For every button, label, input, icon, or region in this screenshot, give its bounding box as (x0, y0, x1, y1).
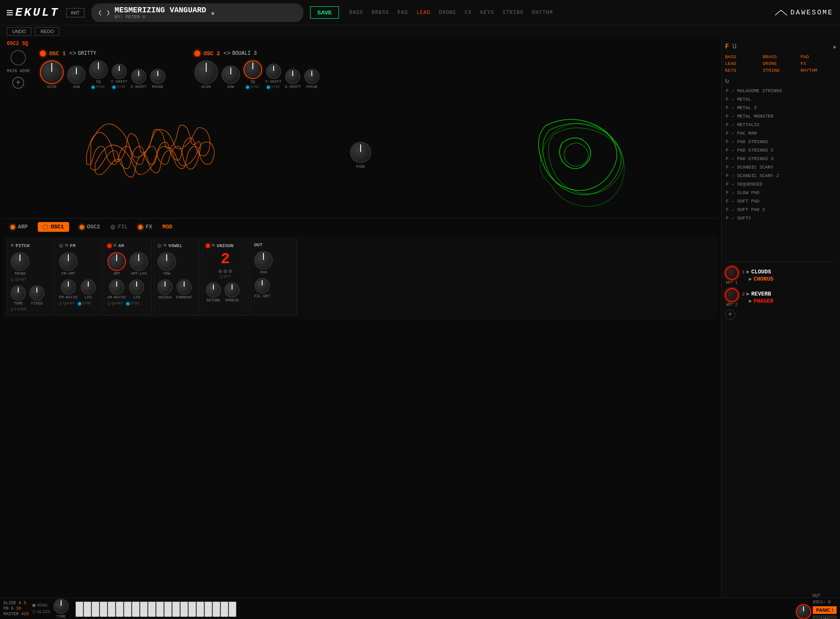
sidebar-cat-rhythm[interactable]: RHYTHM (801, 68, 837, 73)
undo-button[interactable]: UNDO (7, 27, 31, 36)
fx-wet2-knob[interactable] (725, 288, 739, 302)
sidebar-cat-string[interactable]: STRING (763, 68, 799, 73)
list-item[interactable]: F – SOFT PAD 2 (725, 205, 837, 214)
fixed-knob[interactable] (29, 285, 45, 301)
mod-tab-osc1[interactable]: OSC1 (38, 222, 69, 232)
sidebar-cat-lead[interactable]: LEAD (725, 61, 761, 66)
osc1-sq-knob[interactable] (89, 60, 108, 79)
vow-knob[interactable] (157, 252, 176, 271)
osc1-sshift-knob[interactable] (131, 69, 146, 84)
cat-keys[interactable]: KEYS (480, 10, 494, 16)
key-17[interactable] (204, 602, 212, 617)
osc2-gain-knob[interactable] (194, 60, 218, 84)
am-amt-knob[interactable] (107, 252, 126, 271)
sidebar-cat-pad[interactable]: PAD (801, 54, 837, 59)
out-knob[interactable] (796, 604, 811, 619)
cat-drone[interactable]: DRONE (439, 10, 456, 16)
key-19[interactable] (221, 602, 228, 617)
mod-tab-fil[interactable]: FIL (110, 224, 128, 230)
sidebar-star-button[interactable]: ★ (832, 42, 837, 51)
fil-wet-knob[interactable] (255, 278, 270, 293)
list-item[interactable]: F – PAD STRINGS (725, 138, 837, 146)
osc2-phase-knob[interactable] (304, 69, 319, 84)
pan-knob[interactable] (254, 251, 273, 270)
list-item[interactable]: F – SCANDIC SCARY 2 (725, 172, 837, 180)
sidebar-cat-brass[interactable]: BRASS (763, 54, 799, 59)
list-item[interactable]: F – SEQUENCED (725, 180, 837, 189)
tune-knob[interactable] (11, 285, 26, 301)
fx-wet1-knob[interactable] (725, 266, 739, 280)
sidebar-cat-keys[interactable]: KEYS (725, 68, 761, 73)
key-9[interactable] (140, 602, 148, 617)
list-item[interactable]: F – METAL MONSTER (725, 112, 837, 121)
key-12[interactable] (164, 602, 172, 617)
preset-next-button[interactable]: ❯ (106, 8, 110, 17)
key-13[interactable] (172, 602, 180, 617)
osc1-saw-knob[interactable] (67, 65, 86, 84)
fade-knob[interactable] (350, 142, 371, 163)
fx-add-button[interactable]: + (725, 310, 735, 320)
key-4[interactable] (100, 602, 107, 617)
fm-amt-knob[interactable] (59, 252, 78, 271)
list-item[interactable]: F – SOFTY (725, 214, 837, 222)
list-item[interactable]: F – PAD STRINGS 3 (725, 155, 837, 163)
list-item[interactable]: F – METTALIX (725, 121, 837, 129)
sidebar-cat-fx[interactable]: FX (801, 61, 837, 66)
trans-knob[interactable] (11, 252, 29, 271)
list-item[interactable]: F – METAL (725, 95, 837, 104)
am-amt-lfo-knob[interactable] (129, 252, 148, 271)
preset-prev-button[interactable]: ❮ (98, 8, 102, 17)
list-item[interactable]: F – MALASOME STRINGS (725, 87, 837, 95)
save-button[interactable]: SAVE (310, 6, 339, 19)
fx-reverb-label[interactable]: REVERB (751, 291, 771, 297)
formant-knob[interactable] (176, 279, 192, 295)
lim-button[interactable]: LIM (813, 616, 837, 619)
key-10[interactable] (148, 602, 156, 617)
panic-button[interactable]: PANIC ! (813, 606, 837, 614)
key-8[interactable] (132, 602, 140, 617)
list-item[interactable]: F – PAC MAN (725, 129, 837, 138)
key-16[interactable] (196, 602, 204, 617)
time-knob[interactable] (53, 599, 69, 614)
cat-rhythm[interactable]: RHYTHM (532, 10, 553, 16)
list-item[interactable]: F – SOFT PAD (725, 197, 837, 205)
key-3[interactable] (92, 602, 99, 617)
aeioua-knob[interactable] (157, 279, 173, 295)
key-1[interactable] (76, 602, 83, 617)
add-button[interactable]: + (12, 77, 24, 89)
key-14[interactable] (180, 602, 188, 617)
key-2[interactable] (84, 602, 91, 617)
fm-lfo-knob[interactable] (81, 279, 96, 295)
am-ratio-knob[interactable] (109, 279, 124, 295)
key-11[interactable] (156, 602, 164, 617)
key-20[interactable] (229, 602, 236, 617)
preset-favorite-button[interactable]: ★ (210, 8, 215, 17)
cat-brass[interactable]: BRASS (372, 10, 389, 16)
spread-knob[interactable] (224, 282, 240, 298)
cat-pad[interactable]: PAD (398, 10, 408, 16)
sidebar-cat-drone[interactable]: DRONE (763, 61, 799, 66)
cat-bass[interactable]: BASS (349, 10, 363, 16)
osc1-phase-knob[interactable] (150, 69, 165, 84)
fx-chorus-label[interactable]: CHORUS (753, 276, 773, 282)
sidebar-cat-bass[interactable]: BASS (725, 54, 761, 59)
osc2-sq-knob[interactable] (244, 60, 262, 79)
osc2-sshift-knob[interactable] (285, 69, 300, 84)
list-item[interactable]: F – SCANDIC SCARY (725, 163, 837, 172)
fx-phaser-label[interactable]: PHASER (753, 298, 773, 304)
mod-tab-mod[interactable]: MOD (162, 224, 172, 230)
mod-tab-arp[interactable]: ARP (10, 224, 28, 230)
fm-ratio-knob[interactable] (61, 279, 76, 295)
key-15[interactable] (188, 602, 196, 617)
osc2-fshift-knob[interactable] (266, 64, 281, 79)
cat-fx[interactable]: FX (465, 10, 472, 16)
key-6[interactable] (116, 602, 123, 617)
key-5[interactable] (108, 602, 115, 617)
cat-string[interactable]: STRING (503, 10, 524, 16)
key-7[interactable] (124, 602, 132, 617)
osc1-fshift-knob[interactable] (112, 64, 127, 79)
am-lfo-knob[interactable] (129, 279, 144, 295)
mod-tab-osc2[interactable]: OSC2 (79, 224, 100, 230)
refresh-button[interactable]: ↻ (725, 76, 837, 85)
osc1-gain-knob[interactable] (40, 60, 64, 84)
